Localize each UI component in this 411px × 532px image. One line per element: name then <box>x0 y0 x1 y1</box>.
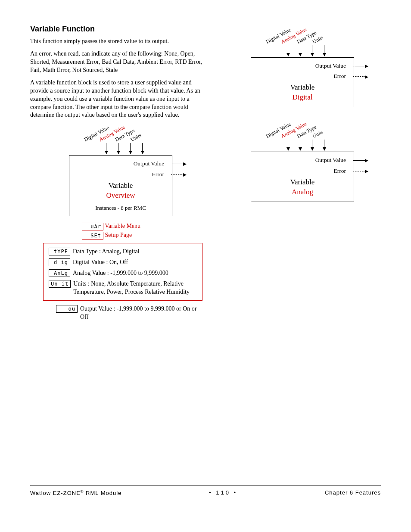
param-anlg: Analog Value : -1,999.000 to 9,999.000 <box>73 269 168 277</box>
block-subtitle-overview: Overview <box>75 191 166 201</box>
output-label-error: Error <box>152 171 164 178</box>
output-label-output-value: Output Value <box>315 156 346 164</box>
block-title: Variable <box>75 181 166 191</box>
footer-rule <box>30 485 381 485</box>
block-subtitle-digital: Digital <box>257 93 348 103</box>
intro-paragraph-1: This function simply passes the stored v… <box>30 37 211 46</box>
led-anlg: AnLg <box>49 269 70 277</box>
output-label-error: Error <box>334 72 346 80</box>
menu-line-setup-page: Setup Page <box>105 232 132 238</box>
led-type: tYPE <box>49 248 70 255</box>
param-type: Data Type : Analog, Digital <box>73 248 140 256</box>
intro-paragraph-3: A variable function block is used to sto… <box>30 79 211 119</box>
parameter-box: tYPEData Type : Analog, Digital d igDigi… <box>43 243 202 301</box>
footer-right: Chapter 6 Features <box>325 489 381 497</box>
footer-page-number: • 110 • <box>209 489 237 497</box>
param-unit: Units : None, Absolute Temperature, Rela… <box>73 280 197 296</box>
instances-line: Instances - 8 per RMC <box>75 204 166 212</box>
led-set: SEt <box>82 232 103 240</box>
output-label-error: Error <box>334 167 346 175</box>
param-ou: Output Value : -1,999.000 to 9,999.000 o… <box>80 305 198 321</box>
block-title: Variable <box>257 177 348 187</box>
led-var: uAr <box>82 223 103 230</box>
diagram-digital: Digital Value Analog Value Data Type Uni… <box>251 26 354 107</box>
right-arrow-dashed-icon <box>171 174 184 175</box>
block-title: Variable <box>257 83 348 93</box>
diagram-analog: Digital Value Analog Value Data Type Uni… <box>251 120 354 202</box>
output-label-output-value: Output Value <box>315 62 346 70</box>
section-title: Variable Function <box>30 24 211 34</box>
footer-left: Watlow EZ-ZONE® RML Module <box>30 489 121 497</box>
output-label-output-value: Output Value <box>134 160 164 168</box>
led-unit: Un it <box>49 280 71 288</box>
right-arrow-icon <box>171 164 184 164</box>
diagram-overview: Digital Value Analog Value Data Type Uni… <box>69 124 172 216</box>
led-ou: ou <box>56 305 78 313</box>
right-arrow-dashed-icon <box>353 76 366 77</box>
right-arrow-icon <box>353 160 366 161</box>
right-arrow-dashed-icon <box>353 171 366 172</box>
right-arrow-icon <box>353 66 366 66</box>
menu-line-variable-menu: Variable Menu <box>105 223 140 229</box>
block-subtitle-analog: Analog <box>257 187 348 197</box>
page-footer: Watlow EZ-ZONE® RML Module • 110 • Chapt… <box>30 489 381 497</box>
led-dig: d ig <box>49 258 70 266</box>
param-dig: Digital Value : On, Off <box>73 258 128 267</box>
intro-paragraph-2: An error, when read, can indicate any of… <box>30 50 211 75</box>
